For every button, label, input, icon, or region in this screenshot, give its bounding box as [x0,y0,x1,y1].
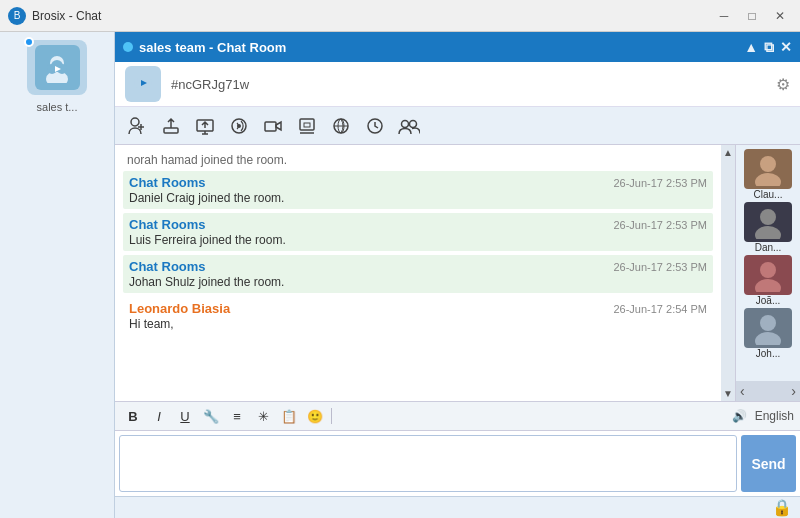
contacts-button[interactable] [393,111,425,141]
scroll-up-button[interactable]: ▲ [723,147,733,158]
svg-point-32 [760,262,776,278]
status-dot [24,37,34,47]
participants-scroll-left[interactable]: ‹ [740,383,745,399]
text-1: Daniel Craig joined the room. [129,190,707,205]
input-area: Send [115,431,800,496]
svg-point-29 [760,209,776,225]
participant-3[interactable]: Joã... [740,255,796,306]
window-controls: ─ □ ✕ [712,6,792,26]
time-1: 26-Jun-17 2:53 PM [613,177,707,189]
participant-name-2: Dan... [755,242,782,253]
participant-name-1: Clau... [754,189,783,200]
main-container: sales t... sales team - Chat Room ▲ ⧉ ✕ [0,32,800,518]
svg-point-24 [410,120,417,127]
close-button[interactable]: ✕ [768,6,792,26]
user-avatar-container [27,40,87,95]
sender-4: Leonardo Biasia [129,301,230,316]
sidebar-user-name: sales t... [33,99,82,115]
svg-point-26 [760,156,776,172]
message-group-2: Chat Rooms 26-Jun-17 2:53 PM Luis Ferrei… [123,213,713,251]
sender-1: Chat Rooms [129,175,206,190]
chat-toolbar [115,107,800,145]
language-text: English [755,409,794,423]
lock-icon: 🔒 [772,498,792,517]
format-bar: B I U 🔧 ≡ ✳ 📋 🙂 🔊 English [115,401,800,431]
screen-share-button[interactable] [189,111,221,141]
messages-wrapper: norah hamad joined the room. Chat Rooms … [115,145,800,401]
participants-scroll-right[interactable]: › [791,383,796,399]
participant-name-4: Joh... [756,348,780,359]
svg-rect-18 [300,119,314,130]
upload-button[interactable] [155,111,187,141]
time-4: 26-Jun-17 2:54 PM [613,303,707,315]
popout-icon[interactable]: ⧉ [764,39,774,56]
chat-header: sales team - Chat Room ▲ ⧉ ✕ [115,32,800,62]
bottom-bar: 🔒 [115,496,800,518]
title-bar-text: Brosix - Chat [32,9,712,23]
sender-3: Chat Rooms [129,259,206,274]
chat-info-bar: #ncGRJg71w ⚙ [115,62,800,107]
message-group-4: Leonardo Biasia 26-Jun-17 2:54 PM Hi tea… [123,297,713,335]
participants-panel: Clau... Dan... Joã... [735,145,800,401]
participant-avatar-3 [744,255,792,295]
text-4: Hi team, [129,316,707,331]
participants-scrollbar: ‹ › [736,381,800,401]
minimize-button[interactable]: ─ [712,6,736,26]
tools-button[interactable]: 🔧 [199,404,223,428]
svg-point-23 [402,120,409,127]
messages-list[interactable]: norah hamad joined the room. Chat Rooms … [115,145,721,401]
system-message-1: norah hamad joined the room. [123,151,713,169]
doc-button[interactable]: 📋 [277,404,301,428]
video-button[interactable] [257,111,289,141]
web-button[interactable] [325,111,357,141]
participants-list: Clau... Dan... Joã... [736,145,800,381]
settings-icon[interactable]: ⚙ [776,75,790,94]
time-3: 26-Jun-17 2:53 PM [613,261,707,273]
chat-header-icons: ▲ ⧉ ✕ [744,39,792,56]
italic-button[interactable]: I [147,404,171,428]
send-button[interactable]: Send [741,435,796,492]
participant-avatar-1 [744,149,792,189]
scroll-down-button[interactable]: ▼ [723,388,733,399]
list-button[interactable]: ≡ [225,404,249,428]
sidebar: sales t... [0,32,115,518]
svg-rect-13 [164,128,178,133]
title-bar: B Brosix - Chat ─ □ ✕ [0,0,800,32]
chat-area: sales team - Chat Room ▲ ⧉ ✕ #ncGRJg71w … [115,32,800,518]
room-id-text: #ncGRJg71w [171,77,766,92]
emoji-button[interactable]: 🙂 [303,404,327,428]
underline-button[interactable]: U [173,404,197,428]
svg-rect-17 [265,122,276,131]
svg-point-16 [237,124,241,128]
participant-4[interactable]: Joh... [740,308,796,359]
message-scroll-controls: ▲ ▼ [721,145,735,401]
message-group-3: Chat Rooms 26-Jun-17 2:53 PM Johan Shulz… [123,255,713,293]
sparkle-button[interactable]: ✳ [251,404,275,428]
bold-button[interactable]: B [121,404,145,428]
app-icon: B [8,7,26,25]
text-3: Johan Shulz joined the room. [129,274,707,289]
participant-avatar-4 [744,308,792,348]
maximize-button[interactable]: □ [740,6,764,26]
user-avatar [35,45,80,90]
audio-button[interactable] [223,111,255,141]
chat-close-icon[interactable]: ✕ [780,39,792,55]
collapse-icon[interactable]: ▲ [744,39,758,55]
lang-icon: 🔊 [732,409,747,423]
participant-1[interactable]: Clau... [740,149,796,200]
participant-avatar-2 [744,202,792,242]
participant-name-3: Joã... [756,295,780,306]
chat-title: sales team - Chat Room [139,40,744,55]
remote-button[interactable] [291,111,323,141]
time-2: 26-Jun-17 2:53 PM [613,219,707,231]
language-label: 🔊 English [732,409,794,423]
history-button[interactable] [359,111,391,141]
svg-rect-19 [304,123,310,127]
svg-point-12 [131,118,139,126]
chat-status-dot [123,42,133,52]
participant-2[interactable]: Dan... [740,202,796,253]
message-input[interactable] [119,435,737,492]
svg-point-35 [760,315,776,331]
add-user-button[interactable] [121,111,153,141]
format-separator [331,408,332,424]
